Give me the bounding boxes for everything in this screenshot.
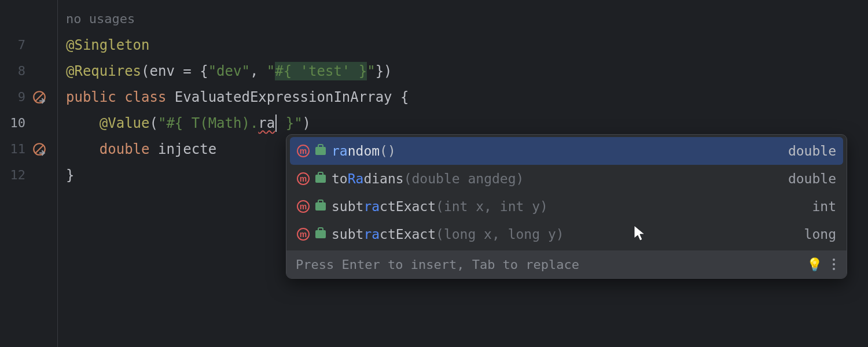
- code-line[interactable]: public class EvaluatedExpressionInArray …: [58, 84, 868, 110]
- completion-item[interactable]: m subtractExact(int x, int y) int: [286, 193, 847, 220]
- gutter-row: [0, 6, 57, 32]
- visibility-icon: [315, 147, 326, 155]
- gutter: 7 8 9 10 11 12: [0, 0, 58, 347]
- completion-item[interactable]: m toRadians(double angdeg) double: [286, 165, 847, 193]
- code-line[interactable]: @Value("#{ T(Math).ra }"): [58, 110, 868, 136]
- completion-item[interactable]: m subtractExact(long x, long y) long: [286, 220, 847, 248]
- gutter-row: 9: [0, 84, 57, 110]
- visibility-icon: [315, 175, 326, 183]
- completion-item[interactable]: m random() double: [290, 137, 843, 165]
- completion-popup[interactable]: m random() double m toRadians(double ang…: [286, 134, 847, 279]
- method-icon: m: [297, 145, 310, 157]
- completion-hint: Press Enter to insert, Tab to replace: [296, 257, 579, 272]
- gutter-row: 8: [0, 58, 57, 84]
- method-icon: m: [297, 200, 310, 213]
- text-caret: [275, 115, 277, 132]
- svg-line-3: [36, 145, 43, 153]
- code-line[interactable]: no usages: [58, 6, 868, 32]
- completion-footer: Press Enter to insert, Tab to replace 💡: [286, 250, 847, 278]
- code-area[interactable]: no usages @Singleton @Requires(env = {"d…: [58, 0, 868, 347]
- more-icon[interactable]: [830, 256, 837, 272]
- no-entry-icon: [29, 90, 50, 105]
- no-entry-icon: [29, 142, 50, 157]
- bulb-icon[interactable]: 💡: [807, 257, 822, 272]
- usages-hint: no usages: [66, 12, 135, 26]
- gutter-row: 10: [0, 110, 57, 136]
- method-icon: m: [297, 228, 310, 241]
- gutter-row: 7: [0, 32, 57, 58]
- gutter-row: 12: [0, 162, 57, 188]
- visibility-icon: [315, 230, 326, 238]
- method-icon: m: [297, 172, 310, 185]
- visibility-icon: [315, 202, 326, 211]
- code-line[interactable]: @Requires(env = {"dev", "#{ 'test' }"}): [58, 58, 868, 84]
- svg-line-1: [36, 93, 43, 101]
- code-editor[interactable]: 7 8 9 10 11 12 no usages @Singleton: [0, 0, 868, 347]
- code-line[interactable]: @Singleton: [58, 32, 868, 58]
- gutter-row: 11: [0, 136, 57, 162]
